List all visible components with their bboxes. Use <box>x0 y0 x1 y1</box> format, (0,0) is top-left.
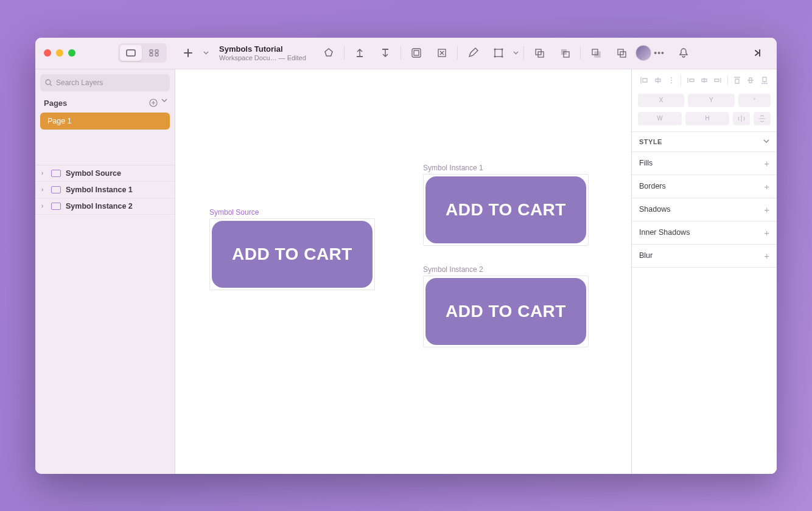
flip-v-button[interactable] <box>754 112 771 125</box>
artboard-symbol-instance-1[interactable]: Symbol Instance 1 ADD TO CART <box>423 164 589 246</box>
x-input[interactable]: X <box>638 94 684 107</box>
components-view-button[interactable] <box>143 45 165 61</box>
close-window-button[interactable] <box>44 49 51 57</box>
detach-symbol-button[interactable] <box>429 43 455 63</box>
union-icon <box>534 47 545 58</box>
pentagon-icon <box>323 47 334 58</box>
add-to-cart-button[interactable]: ADD TO CART <box>425 278 586 345</box>
add-to-cart-button[interactable]: ADD TO CART <box>212 221 373 288</box>
search-icon <box>45 79 52 86</box>
artboard-symbol-instance-2[interactable]: Symbol Instance 2 ADD TO CART <box>423 265 589 347</box>
mask-button[interactable] <box>583 43 609 63</box>
align-center-h-button[interactable] <box>651 74 663 86</box>
layer-row-symbol-instance-1[interactable]: › Symbol Instance 1 <box>35 182 175 198</box>
layer-row-symbol-instance-2[interactable]: › Symbol Instance 2 <box>35 198 175 215</box>
add-to-cart-button[interactable]: ADD TO CART <box>425 176 586 243</box>
search-layers-input[interactable]: Search Layers <box>40 74 170 91</box>
plus-circle-icon <box>149 99 158 107</box>
align-right-button[interactable] <box>665 74 677 86</box>
align-middle-button[interactable] <box>744 74 757 86</box>
svg-point-13 <box>494 56 495 58</box>
distribute-center-button[interactable] <box>698 74 710 86</box>
canvas-view-button[interactable] <box>120 45 142 61</box>
shadows-row[interactable]: Shadows + <box>632 198 777 221</box>
artboard-frame: ADD TO CART <box>209 218 375 290</box>
layer-label: Symbol Instance 2 <box>66 202 133 210</box>
h-input[interactable]: H <box>685 112 729 125</box>
expand-toggle[interactable]: › <box>41 203 47 209</box>
artboard-label: Symbol Source <box>209 208 375 217</box>
artboard-frame: ADD TO CART <box>423 276 589 347</box>
app-window: Symbols Tutorial Workspace Docu… — Edite… <box>35 38 777 474</box>
page-item-page1[interactable]: Page 1 <box>40 113 170 130</box>
flatten-button[interactable] <box>609 43 634 63</box>
add-border-button[interactable]: + <box>764 181 769 192</box>
subtract-icon <box>559 47 570 58</box>
align-left-button[interactable] <box>638 74 650 86</box>
blur-label: Blur <box>639 251 653 260</box>
align-top-button[interactable] <box>731 74 743 86</box>
inner-shadows-row[interactable]: Inner Shadows + <box>632 221 777 245</box>
edit-button[interactable] <box>460 43 486 63</box>
style-label: STYLE <box>639 138 662 145</box>
style-section-header[interactable]: STYLE <box>632 131 777 152</box>
button-text: ADD TO CART <box>446 302 566 321</box>
align-top-icon <box>733 76 741 85</box>
expand-toggle[interactable]: › <box>41 186 47 193</box>
add-page-button[interactable] <box>149 99 158 107</box>
subtract-button[interactable] <box>552 43 578 63</box>
svg-point-23 <box>46 80 51 85</box>
bring-forward-icon <box>354 47 365 58</box>
distribute-right-button[interactable] <box>712 74 724 86</box>
align-bottom-button[interactable] <box>758 74 771 86</box>
rotation-input[interactable]: ° <box>738 94 771 107</box>
artboard-symbol-source[interactable]: Symbol Source ADD TO CART <box>209 208 375 290</box>
layer-row-symbol-source[interactable]: › Symbol Source <box>35 165 175 182</box>
separator <box>401 46 401 60</box>
blur-row[interactable]: Blur + <box>632 245 777 268</box>
w-input[interactable]: W <box>638 112 682 125</box>
canvas[interactable]: Symbol Source ADD TO CART Symbol Instanc… <box>175 69 631 474</box>
add-inner-shadow-button[interactable]: + <box>764 228 769 238</box>
flip-v-icon <box>758 115 766 122</box>
add-shadow-button[interactable]: + <box>764 204 769 215</box>
distribute-left-button[interactable] <box>684 74 696 86</box>
grid-icon <box>149 49 159 57</box>
union-button[interactable] <box>527 43 552 63</box>
svg-point-27 <box>671 82 672 83</box>
pages-header: Pages <box>35 95 175 111</box>
insert-dropdown[interactable] <box>201 43 211 63</box>
add-blur-button[interactable]: + <box>764 251 769 261</box>
borders-row[interactable]: Borders + <box>632 175 777 198</box>
fullscreen-window-button[interactable] <box>68 49 75 57</box>
flip-h-button[interactable] <box>733 112 750 125</box>
y-input[interactable]: Y <box>688 94 734 107</box>
toggle-right-panel-button[interactable] <box>745 43 771 63</box>
button-text: ADD TO CART <box>232 245 352 264</box>
backward-button[interactable] <box>373 43 398 63</box>
collaborators-more[interactable]: ••• <box>654 48 665 58</box>
layer-label: Symbol Instance 1 <box>66 186 133 194</box>
pencil-icon <box>467 47 478 58</box>
expand-toggle[interactable]: › <box>41 170 47 176</box>
svg-rect-1 <box>150 50 153 52</box>
shadows-label: Shadows <box>639 205 670 214</box>
fills-row[interactable]: Fills + <box>632 152 777 175</box>
transform-button[interactable] <box>486 43 511 63</box>
create-symbol-button[interactable] <box>404 43 429 63</box>
transform-dropdown[interactable] <box>511 43 521 63</box>
shape-tool-button[interactable] <box>316 43 341 63</box>
add-fill-button[interactable]: + <box>764 158 769 169</box>
search-placeholder: Search Layers <box>56 78 103 87</box>
collapse-pages-button[interactable] <box>161 99 167 107</box>
alignment-toolbar <box>632 69 777 91</box>
insert-button[interactable] <box>175 43 201 63</box>
minimize-window-button[interactable] <box>56 49 63 57</box>
pages-label: Pages <box>44 99 67 108</box>
inner-shadows-label: Inner Shadows <box>639 228 690 237</box>
align-more-icon <box>670 76 673 85</box>
notifications-button[interactable] <box>671 43 696 63</box>
forward-button[interactable] <box>347 43 373 63</box>
user-avatar[interactable] <box>635 45 651 61</box>
document-title-area[interactable]: Symbols Tutorial Workspace Docu… — Edite… <box>219 44 306 61</box>
